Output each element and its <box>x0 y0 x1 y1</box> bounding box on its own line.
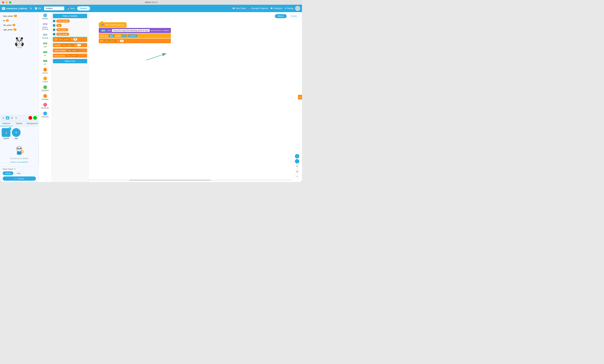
var-chip-left-power[interactable]: left_power 0 <box>2 23 17 27</box>
tab-sprites[interactable]: Sprites <box>13 121 25 126</box>
minimize-button[interactable] <box>6 1 8 3</box>
add-device-btn[interactable]: + <box>12 128 21 137</box>
var-chip-block-left-power[interactable]: left_power <box>56 28 68 31</box>
change-var-dropdown[interactable]: base_power ▾ <box>61 44 74 46</box>
print-block[interactable]: ▣ B print Press B to start line followin… <box>99 28 171 33</box>
cyberpi-device[interactable]: 🤖 ✕ CyberPi <box>2 128 11 139</box>
go-button[interactable] <box>33 116 37 120</box>
cat-ai[interactable]: AI AI <box>39 49 51 58</box>
cat-variables[interactable]: Variables <box>39 93 51 101</box>
show-variable-block[interactable]: show variable base_power ▾ <box>53 49 87 52</box>
cat-control-label: Control <box>42 81 48 83</box>
project-title-input[interactable] <box>44 7 64 10</box>
tab-devices[interactable]: Devices <box>0 121 13 126</box>
set-base-power-block[interactable]: set base_power ▾ to 0 <box>99 38 171 43</box>
refresh-icon[interactable]: ↻ <box>30 7 32 10</box>
feedback-button[interactable]: 💬 Feedback <box>270 7 282 10</box>
cat-motion-sensing[interactable]: Motion Sensing <box>39 21 51 32</box>
cat-extension-label: extension <box>41 116 49 118</box>
mode-buttons: Upload Live <box>3 171 36 175</box>
scrollbar-thumb[interactable] <box>129 180 211 181</box>
make-variable-btn[interactable]: Make a Variable <box>53 14 87 18</box>
stop-button[interactable] <box>28 116 32 120</box>
horizontal-scrollbar[interactable] <box>89 180 292 181</box>
device-close-btn[interactable]: ✕ <box>9 127 11 130</box>
view-expand-btn[interactable]: ⊡ <box>2 116 5 120</box>
cat-lan[interactable]: LAN <box>39 40 51 49</box>
book-icon: 📖 <box>232 7 235 10</box>
set-block[interactable]: set base_power ▾ to 0 <box>53 37 87 42</box>
how-to-link[interactable]: How to use device? <box>11 161 28 163</box>
view-list-btn[interactable]: ☰ <box>10 116 14 120</box>
close-button[interactable] <box>2 1 4 3</box>
svg-point-32 <box>46 24 47 24</box>
svg-point-31 <box>45 24 46 24</box>
var-check-base-power[interactable] <box>53 20 55 22</box>
cat-sensing-label: Sensing <box>42 37 48 39</box>
var-chip-block-base-power[interactable]: base_power <box>56 20 70 23</box>
hide-variable-block[interactable]: hide variable base_power ▾ <box>53 54 87 58</box>
cat-variables-label: Variables <box>42 98 49 100</box>
blocks-tab-btn[interactable]: Blocks <box>275 14 287 18</box>
make-list-btn[interactable]: Make a List <box>53 59 87 63</box>
connect-device-btn[interactable]: 🔗 Connect <box>3 176 36 181</box>
equals-btn[interactable]: = <box>295 174 299 179</box>
cat-ai-label: AI <box>44 55 46 56</box>
var-check-kp[interactable] <box>53 24 55 27</box>
var-chip-block-right-power[interactable]: right_power <box>56 33 69 36</box>
zoom-out-btn[interactable]: - <box>295 159 299 163</box>
tab-background[interactable]: Background <box>26 121 38 126</box>
cat-events[interactable]: Events <box>39 66 51 75</box>
gear-icon: ⚙ <box>284 7 286 10</box>
var-chip-kp[interactable]: kp 0 <box>2 19 10 22</box>
file-menu[interactable]: 📄 File <box>33 7 42 10</box>
python-tab-btn[interactable]: Python <box>288 14 300 18</box>
var-check-left-power[interactable] <box>53 29 55 31</box>
cat-operators-label: Operators <box>41 90 49 91</box>
set-var-dropdown[interactable]: base_power ▾ <box>58 38 71 41</box>
svg-text:IoT: IoT <box>44 61 46 62</box>
cat-my-blocks[interactable]: My Blocks <box>39 101 51 110</box>
cat-iot[interactable]: IoT IoT <box>39 58 51 66</box>
save-button[interactable]: 💾 Save <box>65 7 76 10</box>
fit-btn[interactable]: ◎ <box>295 169 299 174</box>
add-device-item[interactable]: + Add <box>12 128 21 139</box>
example-programs-button[interactable]: 📚 Example Programs <box>248 7 268 10</box>
view-dots-btn[interactable]: ⠿ <box>15 116 18 120</box>
upload-mode-btn[interactable]: Upload <box>3 171 13 175</box>
wait-button[interactable]: B ▾ <box>122 35 127 37</box>
fullscreen-button[interactable] <box>9 1 11 3</box>
setting-button[interactable]: ⚙ Setting <box>284 7 293 10</box>
var-chip-right-power[interactable]: right_power 0 <box>2 28 18 31</box>
cat-lan-label: LAN <box>43 46 47 48</box>
sprites-panel: Connect your device How to use device? <box>0 141 38 166</box>
action-buttons <box>28 116 37 120</box>
cyberpi-icon[interactable]: 🤖 ✕ <box>2 128 11 137</box>
hide-var-dropdown[interactable]: base_power ▾ <box>66 55 78 57</box>
user-avatar[interactable] <box>295 6 300 11</box>
when-block[interactable]: 🏁 when CyberPi starts up <box>99 22 126 28</box>
set-block-var[interactable]: base_power ▾ <box>104 40 116 42</box>
publish-button[interactable]: Publish <box>77 6 90 11</box>
user-guide-button[interactable]: 📖 User Guide <box>232 7 246 10</box>
cat-display[interactable]: Display <box>39 12 51 21</box>
cat-control[interactable]: Control <box>39 75 51 84</box>
change-block[interactable]: change base_power ▾ by 1 <box>53 43 87 47</box>
wait-until-block[interactable]: wait until ▣ B button B ▾ pressed? <box>99 33 171 38</box>
cat-operators[interactable]: Operators <box>39 84 51 93</box>
view-grid-btn[interactable]: ▦ <box>6 116 9 120</box>
svg-point-15 <box>17 44 21 47</box>
var-chip-block-kp[interactable]: kp <box>56 24 62 27</box>
cat-extension[interactable]: + extension <box>39 110 51 119</box>
main-toolbar: M makeblock | mBlock ↻ 📄 File 💾 Save Pub… <box>0 5 302 12</box>
var-chip-base-power[interactable]: base_power 0 <box>2 14 19 18</box>
reset-zoom-btn[interactable]: ↺ <box>295 164 299 169</box>
live-mode-btn[interactable]: Live <box>14 171 23 175</box>
cat-sensing[interactable]: Sensing <box>39 32 51 40</box>
code-toggle-btn[interactable]: </> <box>298 95 302 99</box>
show-var-dropdown[interactable]: base_power ▾ <box>67 49 79 51</box>
left-panel: base_power 0 kp 0 left_power 0 right_pow… <box>0 12 39 182</box>
set-block-value: 0 <box>120 40 124 42</box>
var-check-right-power[interactable] <box>53 33 55 35</box>
zoom-in-btn[interactable]: + <box>295 154 299 158</box>
